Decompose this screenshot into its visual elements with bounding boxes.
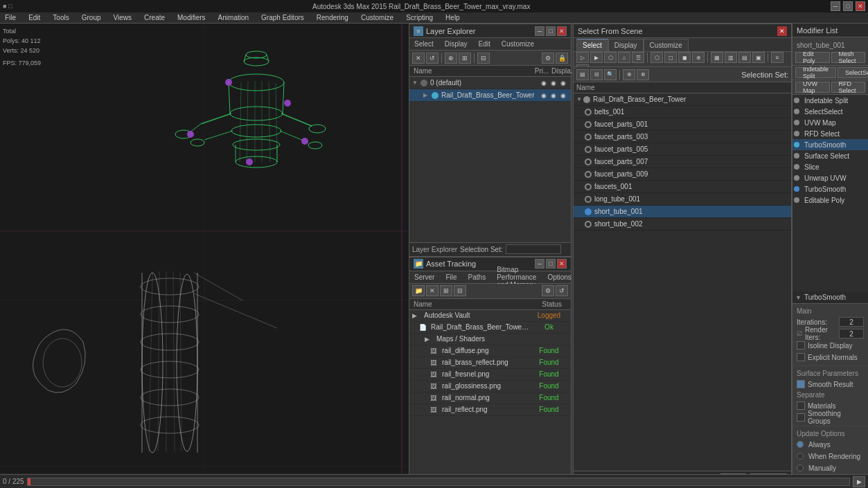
sfs-btn2-4[interactable]: ⊕ — [623, 69, 635, 80]
asset-row-brass[interactable]: 🖼 rail_brass_reflect.png Found — [409, 357, 571, 369]
mesh-select-button[interactable]: Mesh Select — [831, 52, 866, 63]
layer-flag-2[interactable]: ◉ — [549, 78, 558, 88]
ts-expand-icon[interactable]: ▼ — [795, 294, 801, 301]
sfs-row-faucet3[interactable]: faucet_parts_003 — [574, 131, 791, 143]
le-btn-refresh[interactable]: ↺ — [426, 53, 439, 64]
uvw-map-button[interactable]: UVW Map — [795, 82, 830, 93]
sfs-btn-12[interactable]: ▤ — [738, 52, 751, 63]
sfs-row-root[interactable]: ▼ Rail_Draft_Brass_Beer_Tower — [574, 93, 791, 106]
at-close[interactable]: ✕ — [557, 259, 567, 269]
sfs-btn-6[interactable]: ⬡ — [650, 52, 663, 63]
modifier-item-turbosmooth[interactable]: TurboSmooth — [792, 139, 868, 150]
modifier-item-uvw-map[interactable]: UVW Map — [792, 117, 868, 128]
asset-tracking-controls[interactable]: ─ □ ✕ — [535, 259, 567, 269]
asset-row-autodesk[interactable]: ▶ Autodesk Vault Logged — [409, 310, 571, 322]
ts-render-input[interactable] — [839, 329, 864, 338]
asset-row-diffuse[interactable]: 🖼 rail_diffuse.png Found — [409, 345, 571, 357]
menu-create[interactable]: Create — [142, 14, 167, 21]
ts-isoline-check[interactable] — [797, 341, 805, 350]
edit-poly-button[interactable]: Edit Poly — [795, 52, 830, 63]
modifier-item-turbosmooth2[interactable]: TurboSmooth — [792, 183, 868, 195]
sfs-btn2-2[interactable]: ⊟ — [590, 69, 603, 80]
sfs-btn-10[interactable]: ▦ — [711, 52, 723, 63]
modifier-stack[interactable]: Indetable Split SelectSelect UVW Map RFD… — [792, 95, 868, 291]
sfs-btn-7[interactable]: ◻ — [664, 52, 677, 63]
sfs-tab-customize[interactable]: Customize — [644, 39, 689, 51]
menu-graph-editors[interactable]: Graph Editors — [259, 14, 306, 21]
menu-animation[interactable]: Animation — [216, 14, 251, 21]
sfs-tab-display[interactable]: Display — [608, 39, 644, 51]
ts-iterations-input[interactable] — [839, 317, 864, 327]
sfs-row-faucet5[interactable]: faucet_parts_005 — [574, 143, 791, 156]
asset-row-reflect[interactable]: 🖼 rail_reflect.png Found — [409, 404, 571, 416]
modifier-item-rfd-select[interactable]: RFD Select — [792, 128, 868, 139]
sfs-btn-4[interactable]: ⌂ — [618, 52, 630, 63]
at-btn-reload[interactable]: ↺ — [556, 285, 568, 296]
indetable-split-button[interactable]: Indetable Split — [795, 67, 836, 78]
sfs-btn-11[interactable]: ▥ — [725, 52, 737, 63]
menu-tools[interactable]: Tools — [51, 14, 71, 21]
layer-flag-1[interactable]: ◉ — [539, 91, 549, 100]
sfs-close-button[interactable]: ✕ — [777, 26, 787, 36]
menu-modifiers[interactable]: Modifiers — [175, 14, 208, 21]
ts-manually-radio[interactable] — [797, 464, 804, 471]
sfs-row-faucet7[interactable]: faucet_parts_007 — [574, 156, 791, 168]
asset-row-main_file[interactable]: 📄 Rail_Draft_Brass_Beer_Tower_max_vray.m… — [409, 322, 571, 334]
le-menu-customize[interactable]: Customize — [499, 40, 536, 48]
sfs-btn-8[interactable]: ◼ — [678, 52, 691, 63]
window-controls[interactable]: ─ □ ✕ — [831, 1, 865, 11]
at-btn-expand[interactable]: ⊞ — [440, 285, 452, 296]
le-btn-lock[interactable]: 🔒 — [556, 53, 568, 64]
sfs-object-list[interactable]: ▼ Rail_Draft_Brass_Beer_Tower belts_001 … — [574, 93, 791, 471]
modifier-item-unwrap-uvw[interactable]: Unwrap UVW — [792, 172, 868, 183]
le-menu-display[interactable]: Display — [443, 40, 470, 48]
sfs-row-faucet9[interactable]: faucet_parts_009 — [574, 168, 791, 181]
layer-explorer-maximize[interactable]: □ — [546, 26, 556, 36]
sfs-row-short_tube2[interactable]: short_tube_002 — [574, 218, 791, 231]
le-btn-x[interactable]: ✕ — [412, 53, 425, 64]
sfs-btn-2[interactable]: ▶ — [590, 52, 603, 63]
at-menu-options[interactable]: Options — [545, 273, 573, 281]
menu-help[interactable]: Help — [443, 14, 462, 21]
ts-materials-check[interactable] — [797, 401, 805, 410]
at-menu-paths[interactable]: Paths — [466, 273, 488, 281]
viewport[interactable]: Total Polys: 40 112 Verts: 24 520 FPS: 7… — [0, 24, 409, 474]
rfd-select-button[interactable]: RFD Select — [831, 82, 866, 93]
asset-row-fresnel[interactable]: 🖼 rail_fresnel.png Found — [409, 369, 571, 381]
menu-file[interactable]: File — [3, 14, 18, 21]
timeline-track[interactable] — [27, 478, 850, 486]
sfs-btn-13[interactable]: ▣ — [752, 52, 765, 63]
sfs-btn2-3[interactable]: 🔍 — [604, 69, 617, 80]
modifier-item-surface-select[interactable]: Surface Select — [792, 150, 868, 161]
sfs-btn-5[interactable]: ☰ — [632, 52, 644, 63]
le-btn-collapse[interactable]: ⊞ — [459, 53, 471, 64]
menu-views[interactable]: Views — [112, 14, 134, 21]
sfs-row-short_tube1[interactable]: short_tube_001 — [574, 206, 791, 218]
at-menu-file[interactable]: File — [443, 273, 459, 281]
ts-when-rendering-radio[interactable] — [797, 453, 804, 460]
sfs-btn-14[interactable]: ≡ — [771, 52, 783, 63]
le-btn-add[interactable]: ⊟ — [477, 53, 490, 64]
modifier-item-slice[interactable]: Slice — [792, 161, 868, 172]
le-btn-expand[interactable]: ⊕ — [445, 53, 457, 64]
layer-flag-3[interactable]: ◉ — [558, 91, 568, 100]
menu-edit[interactable]: Edit — [26, 14, 42, 21]
ts-smooth-check[interactable] — [797, 380, 805, 388]
sfs-btn-3[interactable]: ⬡ — [604, 52, 617, 63]
layer-flag-3[interactable]: ◉ — [558, 78, 568, 88]
sfs-btn2-5[interactable]: ⊗ — [637, 69, 649, 80]
sfs-btn2-1[interactable]: ▤ — [576, 69, 589, 80]
layer-flag-1[interactable]: ◉ — [539, 78, 549, 88]
sfs-row-faucet1[interactable]: faucet_parts_001 — [574, 118, 791, 131]
layer-flag-2[interactable]: ◉ — [549, 91, 558, 100]
at-btn-collapse[interactable]: ⊟ — [454, 285, 466, 296]
asset-row-normal[interactable]: 🖼 rail_normal.png Found — [409, 392, 571, 404]
menu-scripting[interactable]: Scripting — [404, 14, 435, 21]
close-button[interactable]: ✕ — [856, 1, 865, 11]
sfs-btn-9[interactable]: ⊕ — [692, 52, 705, 63]
selection-set-input[interactable] — [506, 244, 561, 254]
minimize-button[interactable]: ─ — [831, 1, 840, 11]
at-btn-folder[interactable]: 📁 — [412, 285, 425, 296]
le-btn-settings[interactable]: ⚙ — [542, 53, 554, 64]
at-btn-x[interactable]: ✕ — [426, 285, 439, 296]
